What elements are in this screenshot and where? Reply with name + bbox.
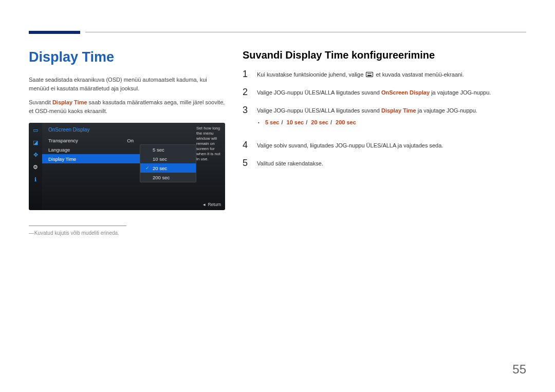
gear-icon: ⚙ (31, 163, 40, 171)
footnote-text: Kuvatud kujutis võib mudeliti erineda. (29, 230, 225, 236)
left-column: Display Time Saate seadistada ekraanikuv… (29, 49, 225, 236)
osd-sub-10sec: 10 sec (140, 154, 196, 163)
footnote-rule (29, 226, 126, 226)
step-body: Valige JOG-nuppu ÜLES/ALLA liigutades su… (257, 87, 526, 97)
submenu-label: 5 sec (153, 147, 164, 153)
step-4: 4 Valige sobiv suvand, liigutades JOG-nu… (243, 140, 526, 150)
osd-row-displaytime: Display Time (42, 154, 140, 163)
step2-post: ja vajutage JOG-nuppu. (430, 89, 491, 96)
page-title: Display Time (29, 49, 225, 65)
step-1: 1 Kui kuvatakse funktsioonide juhend, va… (243, 69, 526, 79)
step1-post: et kuvada vastavat menüü-ekraani. (374, 71, 464, 78)
step-body: Valitud säte rakendatakse. (257, 158, 526, 168)
osd-row-language: Language (42, 145, 140, 154)
step-5: 5 Valitud säte rakendatakse. (243, 158, 526, 168)
intro-paragraph-1: Saate seadistada ekraanikuva (OSD) menüü… (29, 76, 225, 93)
osd-menu: OnScreen Display Transparency On Languag… (42, 123, 140, 210)
opt-5sec: 5 sec (265, 119, 280, 125)
step-number: 3 (243, 105, 250, 132)
osd-row-transparency: Transparency On (42, 136, 140, 145)
osd-sub-20sec: ✓20 sec (140, 163, 196, 173)
info-icon: ℹ (31, 175, 40, 183)
osd-heading: OnScreen Display (42, 126, 140, 136)
picture-icon: ◪ (31, 138, 40, 146)
opt-10sec: 10 sec (287, 119, 304, 125)
opt-200sec: 200 sec (336, 119, 356, 125)
osd-row-label: Display Time (48, 156, 76, 162)
step-body: Valige JOG-nuppu ÜLES/ALLA liigutades su… (257, 105, 526, 132)
step3-term: Display Time (381, 107, 416, 114)
step-3: 3 Valige JOG-nuppu ÜLES/ALLA liigutades … (243, 105, 526, 132)
submenu-label: 200 sec (153, 175, 170, 180)
step-number: 1 (243, 69, 250, 79)
right-column: Suvandi Display Time konfigureerimine 1 … (243, 49, 526, 236)
osd-row-value: On (127, 138, 134, 143)
submenu-label: 10 sec (153, 156, 167, 162)
osd-submenu: 5 sec 10 sec ✓20 sec 200 sec (140, 144, 196, 182)
step3-pre: Valige JOG-nuppu ÜLES/ALLA liigutades su… (257, 107, 381, 114)
monitor-icon: ▭ (31, 126, 40, 134)
intro-2-term: Display Time (52, 99, 87, 105)
bullet-icon: • (258, 120, 260, 125)
step-2: 2 Valige JOG-nuppu ÜLES/ALLA liigutades … (243, 87, 526, 97)
step-number: 4 (243, 140, 250, 150)
intro-paragraph-2: Suvandit Display Time saab kasutada määr… (29, 98, 225, 116)
checkmark-icon: ✓ (145, 165, 150, 171)
step-number: 5 (243, 158, 250, 168)
submenu-label: 20 sec (153, 165, 167, 171)
step3-post: ja vajutage JOG-nuppu. (416, 107, 477, 114)
step-number: 2 (243, 87, 250, 97)
step-body: Valige sobiv suvand, liigutades JOG-nupp… (257, 140, 526, 150)
instruction-list: 1 Kui kuvatakse funktsioonide juhend, va… (243, 69, 526, 168)
step2-pre: Valige JOG-nuppu ÜLES/ALLA liigutades su… (257, 89, 381, 96)
osd-return-label: Return (203, 202, 221, 207)
header-bar (29, 31, 526, 38)
osd-row-label: Language (48, 147, 70, 153)
section-subtitle: Suvandi Display Time konfigureerimine (243, 49, 526, 61)
header-accent (29, 31, 80, 34)
osd-help-text: Set how long the menu window will remain… (196, 126, 222, 162)
osd-screenshot: ▭ ◪ ✥ ⚙ ℹ OnScreen Display Transparency … (29, 123, 225, 210)
osd-sidebar: ▭ ◪ ✥ ⚙ ℹ (29, 123, 42, 210)
opt-20sec: 20 sec (311, 119, 328, 125)
menu-icon (366, 72, 373, 77)
header-rule (85, 32, 526, 32)
move-icon: ✥ (31, 151, 40, 159)
step-body: Kui kuvatakse funktsioonide juhend, vali… (257, 69, 526, 79)
options-bullet: • 5 sec/ 10 sec/ 20 sec/ 200 sec (258, 118, 526, 127)
osd-sub-200sec: 200 sec (140, 173, 196, 182)
step2-term: OnScreen Display (381, 89, 430, 96)
intro-2-pre: Suvandit (29, 99, 52, 105)
page-number: 55 (512, 362, 526, 377)
osd-sub-5sec: 5 sec (140, 145, 196, 154)
step1-pre: Kui kuvatakse funktsioonide juhend, vali… (257, 71, 365, 78)
osd-row-label: Transparency (48, 138, 78, 143)
